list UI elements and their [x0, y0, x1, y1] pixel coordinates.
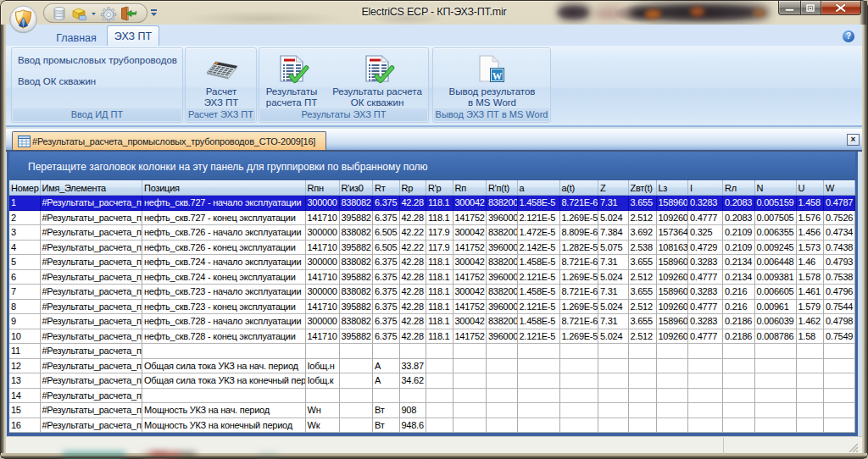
svg-text:W: W	[492, 71, 503, 81]
